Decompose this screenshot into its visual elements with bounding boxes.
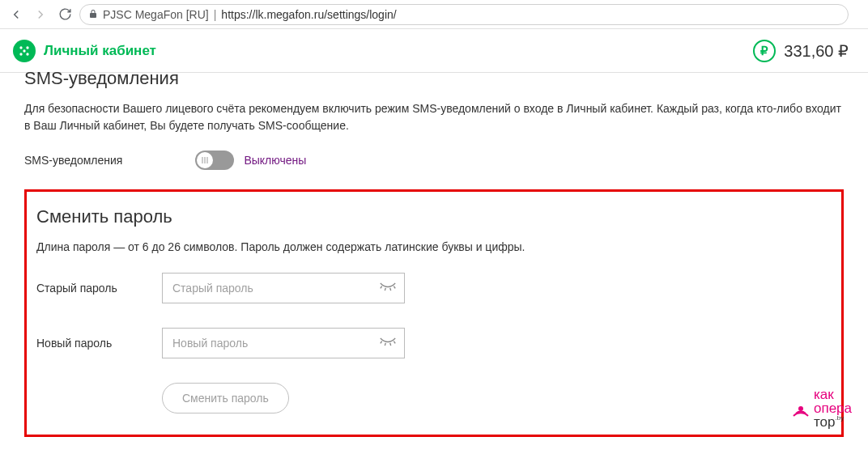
eye-closed-icon[interactable] <box>379 282 397 295</box>
header-left: Личный кабинет <box>13 40 156 62</box>
new-password-wrap <box>162 328 405 358</box>
svg-line-5 <box>381 286 382 289</box>
page-title: Личный кабинет <box>44 43 156 59</box>
svg-line-7 <box>390 288 391 290</box>
new-password-row: Новый пароль <box>36 328 823 358</box>
balance-icon[interactable]: ₽ <box>753 40 776 62</box>
password-hint: Длина пароля — от 6 до 26 символов. Паро… <box>36 240 823 253</box>
svg-line-10 <box>385 343 385 346</box>
svg-point-1 <box>19 53 22 55</box>
svg-point-13 <box>798 406 803 411</box>
header-right: ₽ 331,60 ₽ <box>753 40 849 62</box>
sms-section-title: SMS-уведомления <box>24 68 844 89</box>
svg-point-0 <box>19 46 22 49</box>
password-section-title: Сменить пароль <box>36 206 823 227</box>
page-header: Личный кабинет ₽ 331,60 ₽ <box>0 29 868 73</box>
back-button[interactable] <box>6 5 26 24</box>
new-password-field[interactable] <box>162 328 405 358</box>
megafon-logo-icon[interactable] <box>13 40 36 62</box>
watermark-icon <box>791 399 811 418</box>
watermark-text: как опера тор.by <box>814 388 852 429</box>
eye-closed-icon[interactable] <box>379 337 397 350</box>
svg-line-12 <box>394 341 395 344</box>
site-publisher: PJSC MegaFon [RU] <box>103 8 209 21</box>
sms-description: Для безопасности Вашего лицевого счёта р… <box>24 100 844 134</box>
sms-toggle-row: SMS-уведомления Выключены <box>24 151 844 170</box>
sms-toggle-switch[interactable] <box>195 151 234 170</box>
svg-point-2 <box>26 46 28 49</box>
old-password-wrap <box>162 273 405 303</box>
address-bar[interactable]: PJSC MegaFon [RU] | https://lk.megafon.r… <box>79 4 849 25</box>
lock-icon <box>88 8 98 21</box>
change-password-button[interactable]: Сменить пароль <box>162 383 289 413</box>
svg-line-6 <box>385 288 385 290</box>
svg-line-11 <box>390 343 391 346</box>
button-row: Сменить пароль <box>36 383 823 413</box>
change-password-section: Сменить пароль Длина пароля — от 6 до 26… <box>24 189 844 437</box>
sms-toggle-wrap: Выключены <box>195 151 306 170</box>
old-password-row: Старый пароль <box>36 273 823 303</box>
url-text: https://lk.megafon.ru/settings/login/ <box>221 8 396 21</box>
balance-value: 331,60 ₽ <box>784 41 849 61</box>
sms-toggle-label: SMS-уведомления <box>24 154 122 167</box>
browser-bar: PJSC MegaFon [RU] | https://lk.megafon.r… <box>0 0 868 29</box>
switch-knob <box>197 152 213 168</box>
old-password-field[interactable] <box>162 273 405 303</box>
forward-button[interactable] <box>31 5 50 24</box>
new-password-label: Новый пароль <box>36 337 162 350</box>
svg-line-9 <box>381 341 382 344</box>
watermark: как опера тор.by <box>791 388 852 429</box>
main-content: SMS-уведомления Для безопасности Вашего … <box>0 68 868 453</box>
svg-point-4 <box>23 49 25 52</box>
svg-point-3 <box>26 53 28 55</box>
old-password-label: Старый пароль <box>36 282 162 295</box>
reload-button[interactable] <box>55 5 74 24</box>
svg-line-8 <box>394 286 395 289</box>
separator: | <box>214 8 217 21</box>
sms-toggle-status: Выключены <box>244 154 306 167</box>
